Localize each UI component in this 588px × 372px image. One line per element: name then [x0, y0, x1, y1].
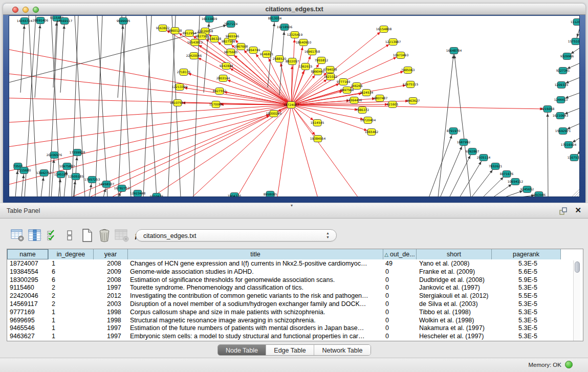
- graph-node-12213399[interactable]: 12213399: [172, 84, 188, 91]
- graph-node-1167532[interactable]: 1167532: [568, 155, 580, 161]
- graph-node-20206576[interactable]: 20206576: [47, 152, 62, 159]
- new-document-icon[interactable]: [80, 228, 94, 243]
- graph-node-1362615[interactable]: 1362615: [299, 63, 313, 70]
- graph-node-1621022[interactable]: 1621022: [324, 74, 338, 80]
- scrollbar-thumb[interactable]: [575, 261, 580, 273]
- graph-node-1115680[interactable]: 1115680: [17, 167, 31, 174]
- graph-node-9146821[interactable]: 9146821: [260, 51, 274, 58]
- column-header-name[interactable]: name: [7, 249, 49, 259]
- graph-node-9392867[interactable]: 9392867: [466, 148, 480, 155]
- graph-node-14355724[interactable]: 14355724: [17, 18, 33, 25]
- graph-node-16648784[interactable]: 16648784: [446, 48, 462, 54]
- graph-node-16543812[interactable]: 16543812: [187, 39, 203, 46]
- column-header-in_degree[interactable]: in_degree: [49, 249, 94, 259]
- graph-node-8822057[interactable]: 8822057: [286, 58, 299, 65]
- graph-node-17359928[interactable]: 17359928: [70, 149, 85, 156]
- graph-node-7386372[interactable]: 7386372: [356, 107, 369, 114]
- table-row[interactable]: 911546021997Tourette syndrome. Phenomeno…: [7, 284, 583, 292]
- graph-node-6497568[interactable]: 6497568: [340, 87, 354, 94]
- graph-node-1065462[interactable]: 1065462: [365, 129, 379, 136]
- graph-node-16961758[interactable]: 16961758: [304, 49, 320, 55]
- graph-node-13942757[interactable]: 13942757: [36, 170, 52, 177]
- column-header-pagerank[interactable]: pagerank: [492, 249, 561, 259]
- graph-node-19218506[interactable]: 19218506: [277, 24, 293, 31]
- graph-node-2935114[interactable]: 2935114: [477, 155, 491, 161]
- graph-node-20691406[interactable]: 20691406: [33, 17, 49, 24]
- graph-node-8186328[interactable]: 8186328: [208, 36, 222, 42]
- graph-node-2803144[interactable]: 2803144: [216, 75, 230, 82]
- graph-node-8427552[interactable]: 8427552: [213, 88, 227, 95]
- graph-node-8813054[interactable]: 8813054: [268, 16, 282, 22]
- graph-node-16154808[interactable]: 16154808: [376, 26, 392, 33]
- graph-node-1209335[interactable]: 1209335: [555, 82, 569, 89]
- splitter-handle-icon[interactable]: ▾: [291, 203, 293, 208]
- graph-node-8958085[interactable]: 8958085: [264, 191, 277, 198]
- table-row[interactable]: 1456911722003Disruption of a novel membe…: [7, 300, 583, 309]
- graph-node-9329966[interactable]: 9329966: [560, 53, 574, 60]
- graph-node-9699695[interactable]: 9699695: [117, 18, 130, 25]
- unselect-all-icon[interactable]: [62, 228, 77, 243]
- graph-node-8215058[interactable]: 8215058: [541, 106, 555, 113]
- graph-node-8454749[interactable]: 8454749: [247, 47, 260, 54]
- graph-node-12975115[interactable]: 12975115: [403, 81, 419, 88]
- graph-node-621601[interactable]: 621601: [387, 101, 399, 108]
- graph-node-15751074[interactable]: 15751074: [568, 38, 580, 45]
- table-row[interactable]: 969969511998Structural magnetic resonanc…: [7, 317, 583, 325]
- graph-node-16782753[interactable]: 16782753: [114, 185, 130, 192]
- graph-node-1170066[interactable]: 1170066: [209, 101, 223, 108]
- table-vertical-scrollbar[interactable]: [573, 260, 580, 341]
- column-header-year[interactable]: year: [94, 249, 128, 259]
- graph-node-17957253[interactable]: 17957253: [84, 177, 100, 183]
- close-icon[interactable]: ✕: [575, 206, 581, 215]
- graph-node-12505185[interactable]: 12505185: [68, 173, 84, 180]
- graph-node-12213987[interactable]: 12213987: [385, 39, 401, 46]
- resize-grip-icon[interactable]: [572, 189, 579, 196]
- table-row[interactable]: 946554611997Estimation of the future num…: [7, 324, 583, 333]
- window-titlebar[interactable]: citations_edges.txt: [3, 4, 585, 15]
- graph-node-7485063[interactable]: 7485063: [401, 67, 415, 74]
- graph-node-9245652[interactable]: 9245652: [520, 186, 534, 193]
- delete-table-icon[interactable]: [115, 228, 129, 243]
- graph-node-8990445[interactable]: 8990445: [311, 69, 325, 75]
- graph-node-9227341[interactable]: 9227341: [556, 68, 570, 74]
- graph-node-18640910[interactable]: 18640910: [296, 39, 312, 46]
- tab-network-table[interactable]: Network Table: [314, 345, 371, 356]
- memory-status-icon[interactable]: [565, 361, 573, 368]
- graph-node-1514545[interactable]: 1514545: [311, 120, 324, 126]
- graph-node-10807487[interactable]: 10807487: [372, 95, 388, 102]
- table-row[interactable]: 1830029562008Estimation of significance …: [7, 276, 583, 285]
- delete-icon[interactable]: [97, 228, 112, 243]
- graph-node-16033809[interactable]: 16033809: [202, 16, 217, 23]
- graph-node-9163822[interactable]: 9163822: [156, 25, 170, 32]
- graph-node-2967608[interactable]: 2967608: [234, 43, 248, 50]
- graph-node-7955812[interactable]: 7955812: [315, 57, 329, 64]
- graph-node-7857224[interactable]: 7857224: [224, 21, 238, 28]
- graph-node-16720404[interactable]: 16720404: [360, 117, 376, 124]
- tab-node-table[interactable]: Node Table: [218, 345, 266, 356]
- show-column-icon[interactable]: [28, 228, 42, 243]
- graph-node-8912954[interactable]: 8912954: [183, 30, 197, 37]
- table-row[interactable]: 1872400712008Changes of HCN gene express…: [7, 260, 583, 268]
- graph-node-1112847[interactable]: 1112847: [571, 19, 580, 26]
- graph-node-16958107[interactable]: 16958107: [99, 181, 115, 188]
- graph-node-8860128[interactable]: 8860128: [168, 28, 182, 34]
- graph-node-8791970[interactable]: 8791970: [447, 128, 461, 135]
- graph-node-2588520[interactable]: 2588520: [273, 56, 287, 62]
- graph-node-12325419[interactable]: 12325419: [287, 32, 303, 38]
- table-settings-icon[interactable]: [10, 228, 25, 243]
- graph-node-1244413[interactable]: 1244413: [554, 97, 568, 103]
- network-canvas[interactable]: 1872400718300295193845541514545181075541…: [9, 15, 580, 197]
- graph-node-9242848[interactable]: 9242848: [220, 63, 233, 70]
- table-row[interactable]: 1938455462009Genome-wide association stu…: [7, 268, 583, 276]
- table-row[interactable]: 977716911998Corpus callosum shape and si…: [7, 309, 583, 317]
- graph-node-9310636[interactable]: 9310636: [150, 193, 164, 198]
- graph-node-8471676[interactable]: 8471676: [500, 171, 514, 178]
- graph-node-1093946[interactable]: 1093946: [532, 192, 546, 198]
- select-all-icon[interactable]: [45, 228, 59, 243]
- column-header-title[interactable]: title: [128, 249, 383, 259]
- graph-node-10654112[interactable]: 10654112: [508, 179, 524, 185]
- graph-node-9463627[interactable]: 9463627: [406, 98, 420, 104]
- graph-node-14569117[interactable]: 14569117: [57, 18, 73, 25]
- column-header-short[interactable]: short: [417, 249, 492, 259]
- graph-node-3624534[interactable]: 3624534: [360, 90, 374, 96]
